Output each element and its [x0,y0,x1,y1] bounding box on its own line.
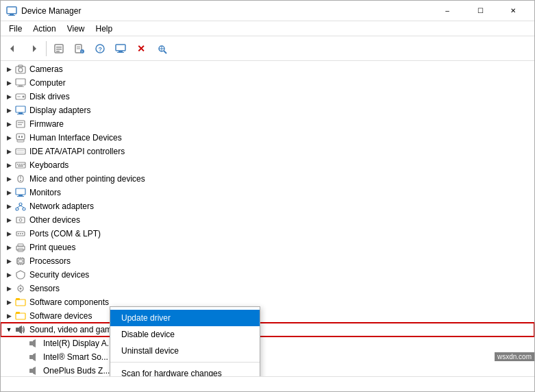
svg-text:?: ? [81,50,83,54]
tree-item-display[interactable]: ▶ Display adapters [1,103,534,117]
properties2-button[interactable]: ? [70,39,89,58]
svg-rect-34 [17,114,24,114]
tree-item-firmware[interactable]: ▶ Firmware [1,117,534,131]
context-uninstall-device[interactable]: Uninstall device [110,343,260,359]
tree-item-print[interactable]: ▶ Print queues [1,241,534,254]
expand-print[interactable]: ▶ [3,242,14,253]
svg-rect-72 [18,260,23,262]
tree-item-ide[interactable]: ▶ IDE ATA/ATAPI controllers [1,145,534,158]
tree-item-software-devices[interactable]: ▶ Software devices [1,309,534,323]
expand-firmware[interactable]: ▶ [3,119,14,130]
expand-hid[interactable]: ▶ [3,132,14,143]
sensors-icon [14,282,27,295]
monitor-button[interactable] [111,39,130,58]
expand-sound[interactable]: ▼ [3,324,14,335]
menu-view[interactable]: View [62,23,90,35]
tree-item-disk[interactable]: ▶ Disk drives [1,90,534,103]
expand-software-devices[interactable]: ▶ [3,310,14,321]
svg-rect-47 [19,164,21,165]
tree-item-cameras[interactable]: ▶ Cameras [1,62,534,76]
tree-item-hid[interactable]: ▶ Human Interface Devices [1,131,534,145]
firmware-icon [14,118,27,130]
menu-action[interactable]: Action [27,23,61,35]
tree-item-computer[interactable]: ▶ Computer [1,76,534,90]
tree-item-intel-display[interactable]: ▶ Intel(R) Display A... [1,336,534,350]
tree-item-other[interactable]: ▶ Other devices [1,213,534,227]
svg-rect-42 [16,149,25,154]
tree-item-security[interactable]: ▶ Security devices [1,268,534,282]
network-label: Network adapters [29,201,94,211]
forward-button[interactable] [24,39,43,58]
svg-point-59 [23,208,25,210]
remove-button[interactable]: ✕ [132,39,151,58]
other-label: Other devices [29,215,80,225]
ide-label: IDE ATA/ATAPI controllers [29,147,125,156]
tree-item-sound[interactable]: ▼ Sound, video and game controllers [1,323,534,336]
svg-rect-18 [117,52,124,53]
expand-ide[interactable]: ▶ [3,146,14,157]
svg-rect-71 [17,258,24,264]
expand-monitors[interactable]: ▶ [3,187,14,198]
back-button[interactable] [3,39,23,58]
svg-line-20 [164,51,166,53]
expand-other[interactable]: ▶ [3,215,14,225]
processors-label: Processors [29,256,71,266]
oneplus1-label: OnePlus Buds Z... [43,366,110,376]
svg-rect-17 [119,51,123,52]
expand-disk[interactable]: ▶ [3,91,14,102]
svg-rect-11 [77,48,80,49]
tree-item-keyboards[interactable]: ▶ Keyboards [1,158,534,172]
expand-keyboards[interactable]: ▶ [3,160,14,171]
expand-network[interactable]: ▶ [3,201,14,212]
menu-bar: File Action View Help [1,21,534,36]
svg-line-61 [21,206,24,208]
tree-item-network[interactable]: ▶ Network adapters [1,199,534,213]
expand-sensors[interactable]: ▶ [3,283,14,294]
tree-item-sensors[interactable]: ▶ Sensors [1,282,534,295]
tree-item-monitors[interactable]: ▶ Monitors [1,186,534,199]
computer-label: Computer [29,78,66,88]
help-button[interactable]: ? [90,39,110,58]
hid-icon [14,132,27,144]
tree-item-mice[interactable]: ▶ Mice and other pointing devices [1,172,534,186]
maximize-button[interactable]: ☐ [464,1,496,21]
expand-computer[interactable]: ▶ [3,77,14,88]
context-menu: Update driver Disable device Uninstall d… [110,306,260,376]
software-devices-icon [14,310,27,322]
cameras-icon [14,63,27,75]
svg-rect-85 [16,313,25,319]
context-disable-device[interactable]: Disable device [110,326,260,343]
svg-rect-87 [16,328,19,332]
tree-item-processors[interactable]: ▶ Processors [1,254,534,268]
tree-item-intel-smart[interactable]: ▶ Intel® Smart So... [1,350,534,364]
expand-display[interactable]: ▶ [3,105,14,116]
tree-item-ports[interactable]: ▶ Ports (COM & LPT) [1,227,534,241]
expand-ports[interactable]: ▶ [3,228,14,239]
other-icon [14,214,27,226]
expand-security[interactable]: ▶ [3,269,14,280]
context-scan-hardware[interactable]: Scan for hardware changes [110,365,260,376]
tree-item-software-components[interactable]: ▶ Software components [1,295,534,309]
ports-icon [14,228,27,240]
svg-marker-92 [33,353,36,361]
minimize-button[interactable]: – [432,1,463,21]
expand-cameras[interactable]: ▶ [3,64,14,75]
menu-help[interactable]: Help [90,23,119,35]
tree-item-oneplus1[interactable]: ▶ OnePlus Buds Z... [1,364,534,376]
svg-rect-91 [29,355,33,359]
svg-rect-31 [17,96,21,97]
svg-rect-36 [18,122,23,123]
device-tree[interactable]: ▶ Cameras ▶ Computer ▶ Disk d [1,61,534,376]
svg-rect-10 [77,47,80,47]
expand-software-components[interactable]: ▶ [3,297,14,308]
scan-button[interactable] [152,39,171,58]
expand-processors[interactable]: ▶ [3,256,14,267]
properties-button[interactable] [49,39,69,58]
main-area: ▶ Cameras ▶ Computer ▶ Disk d [1,61,534,376]
expand-mice[interactable]: ▶ [3,173,14,184]
intel-display-label: Intel(R) Display A... [43,339,114,348]
close-button[interactable]: ✕ [497,1,529,21]
context-update-driver[interactable]: Update driver [110,310,260,326]
menu-file[interactable]: File [3,23,27,35]
svg-rect-6 [56,47,62,48]
